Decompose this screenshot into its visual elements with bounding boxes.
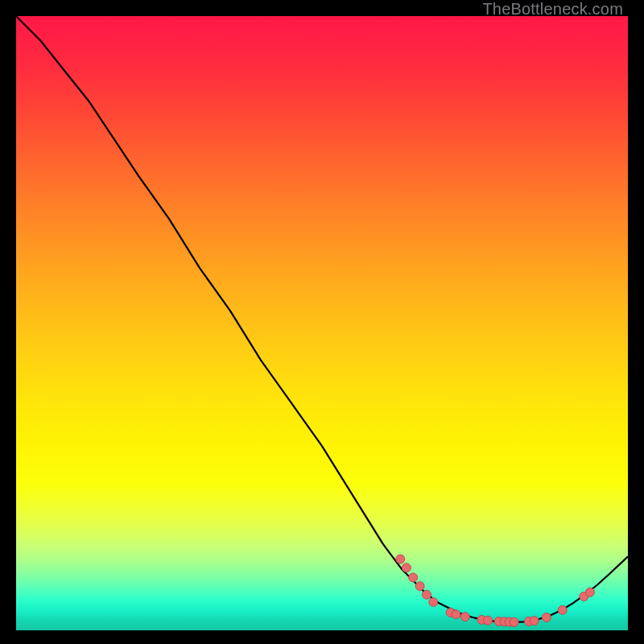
data-point: [402, 564, 411, 572]
data-point: [409, 573, 418, 582]
curve-points: [396, 555, 595, 626]
data-point: [460, 613, 469, 621]
chart-svg: [16, 16, 628, 630]
data-point: [585, 588, 594, 597]
chart-container: TheBottleneck.com: [0, 0, 644, 644]
watermark-text: TheBottleneck.com: [482, 0, 623, 19]
data-point: [429, 597, 438, 606]
data-point: [484, 616, 493, 625]
data-point: [415, 582, 424, 591]
data-point: [542, 613, 551, 622]
plot-area: [16, 16, 628, 630]
data-point: [423, 590, 431, 599]
data-point: [558, 605, 567, 614]
curve-line: [16, 16, 628, 622]
data-point: [396, 555, 405, 564]
data-point: [530, 617, 539, 625]
data-point: [510, 617, 518, 626]
data-point: [452, 610, 460, 619]
